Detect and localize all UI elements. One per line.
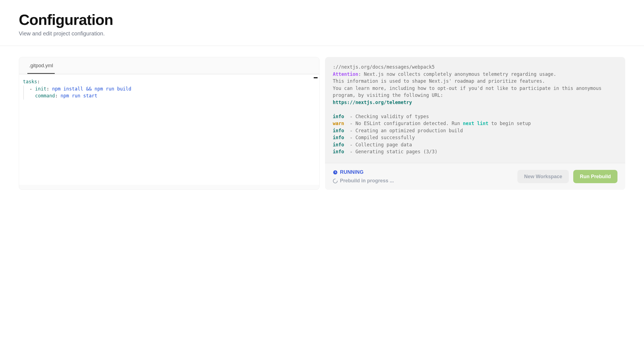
log-line: to begin setup <box>488 121 531 126</box>
log-line: This information is used to shape Next.j… <box>333 78 545 84</box>
log-line: ://nextjs.org/docs/messages/webpack5 <box>333 64 434 70</box>
editor-cursor-mark <box>314 77 318 78</box>
clock-icon <box>333 170 338 175</box>
log-line: - Generating static pages (3/3) <box>344 149 438 154</box>
status-substatus-text: Prebuild in progress ... <box>340 178 394 184</box>
build-log[interactable]: ://nextjs.org/docs/messages/webpack5 Att… <box>325 57 625 163</box>
tab-gitpod-yml[interactable]: .gitpod.yml <box>27 57 55 74</box>
log-info-label: info <box>333 114 344 119</box>
log-info-label: info <box>333 142 344 147</box>
page-header: Configuration View and edit project conf… <box>0 0 644 46</box>
log-attention-label: Attention <box>333 71 358 77</box>
log-line: - Compiled successfully <box>344 135 415 140</box>
status-substatus-row: Prebuild in progress ... <box>333 178 394 184</box>
status-actions: New Workspace Run Prebuild <box>517 170 617 183</box>
yaml-code[interactable]: tasks: - init: npm install && npm run bu… <box>23 78 315 100</box>
log-line: - Collecting page data <box>344 142 412 147</box>
log-line: - Checking validity of types <box>344 114 429 119</box>
log-panel: ://nextjs.org/docs/messages/webpack5 Att… <box>325 57 625 190</box>
status-running-label: RUNNING <box>340 169 363 175</box>
log-info-label: info <box>333 135 344 140</box>
log-line: - Creating an optimized production build <box>344 128 463 133</box>
status-left: RUNNING Prebuild in progress ... <box>333 169 394 184</box>
yaml-val-command: npm run start <box>61 93 97 98</box>
yaml-key-init: init <box>35 86 46 92</box>
run-prebuild-button[interactable]: Run Prebuild <box>573 170 617 183</box>
log-line: You can learn more, including how to opt… <box>333 85 604 98</box>
page-subtitle: View and edit project configuration. <box>19 30 625 37</box>
log-link-telemetry[interactable]: https://nextjs.org/telemetry <box>333 100 412 105</box>
editor-body[interactable]: tasks: - init: npm install && npm run bu… <box>19 74 319 185</box>
log-command-next-lint: next lint <box>463 121 488 126</box>
content-row: .gitpod.yml tasks: - init: npm install &… <box>0 46 644 201</box>
log-line: - No ESLint configuration detected. Run <box>344 121 463 126</box>
spinner-icon <box>333 178 338 183</box>
yaml-val-init: npm install && npm run build <box>52 86 131 92</box>
log-warn-label: warn <box>333 121 344 126</box>
page-title: Configuration <box>19 11 625 28</box>
indent-guide <box>23 85 27 93</box>
log-info-label: info <box>333 149 344 154</box>
yaml-key-tasks: tasks <box>23 79 37 84</box>
log-info-label: info <box>333 128 344 133</box>
status-running-row: RUNNING <box>333 169 394 175</box>
editor-tabs: .gitpod.yml <box>19 57 319 74</box>
new-workspace-button[interactable]: New Workspace <box>517 170 569 183</box>
indent-guide <box>23 92 27 100</box>
yaml-key-command: command <box>35 93 55 98</box>
status-bar: RUNNING Prebuild in progress ... New Wor… <box>325 163 625 190</box>
log-line: : Next.js now collects completely anonym… <box>358 71 556 77</box>
editor-panel: .gitpod.yml tasks: - init: npm install &… <box>19 57 320 190</box>
